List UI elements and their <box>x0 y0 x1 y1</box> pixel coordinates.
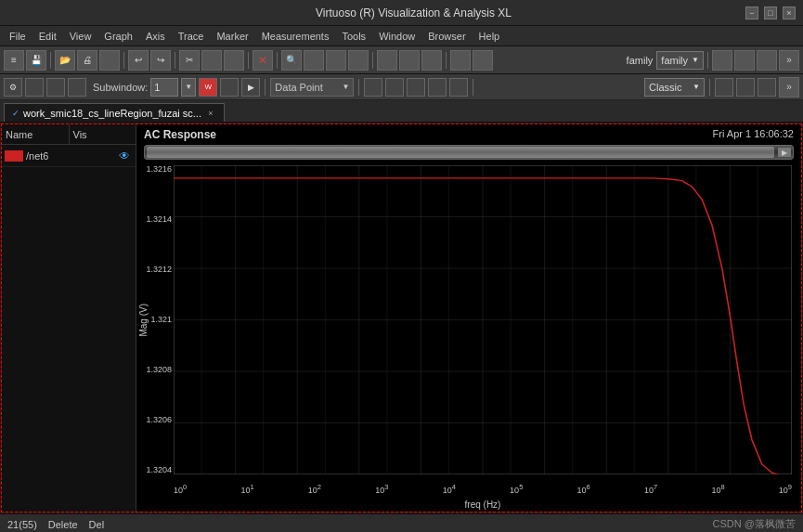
toolbar2-btn-15[interactable] <box>758 78 776 97</box>
x-label-5: 105 <box>510 483 523 495</box>
classic-label: Classic <box>649 82 681 93</box>
menu-tools[interactable]: Tools <box>336 29 371 44</box>
toolbar-btn-redo[interactable]: ↪ <box>150 50 171 71</box>
x-label-2: 102 <box>308 483 321 495</box>
toolbar-btn-7[interactable] <box>421 50 442 71</box>
toolbar-btn-copy[interactable] <box>201 50 222 71</box>
menu-measurements[interactable]: Measurements <box>256 29 335 44</box>
toolbar-btn-2[interactable]: 💾 <box>26 50 46 71</box>
toolbar2-btn-3[interactable] <box>46 78 65 97</box>
menu-marker[interactable]: Marker <box>211 29 253 44</box>
toolbar2-sep-1 <box>265 79 266 96</box>
trace-name-net6: /net6 <box>26 150 113 162</box>
scrollbar-thumb[interactable] <box>147 147 774 158</box>
toolbar2-sep-2 <box>358 79 359 96</box>
menu-trace[interactable]: Trace <box>173 29 210 44</box>
toolbar-btn-3[interactable] <box>99 50 120 71</box>
tab-close-button[interactable]: × <box>205 108 216 119</box>
menu-bar: File Edit View Graph Axis Trace Marker M… <box>0 26 803 46</box>
toolbar2-sep-3 <box>473 79 473 96</box>
name-col-header: Name <box>2 124 70 144</box>
toolbar-btn-11[interactable] <box>734 50 755 71</box>
trace-color-net6 <box>5 150 23 162</box>
menu-view[interactable]: View <box>64 29 97 44</box>
toolbar2-btn-14[interactable] <box>736 78 755 97</box>
menu-file[interactable]: File <box>4 29 32 44</box>
toolbar2-btn-4[interactable] <box>68 78 86 97</box>
minimize-button[interactable]: − <box>745 6 758 19</box>
x-label-7: 107 <box>644 483 657 495</box>
toolbar2-btn-10[interactable] <box>407 78 425 97</box>
toolbar-btn-1[interactable]: ≡ <box>4 50 24 71</box>
toolbar-btn-10[interactable] <box>712 50 732 71</box>
y-axis-labels: 1.3216 1.3214 1.3212 1.321 1.3208 1.3206… <box>136 165 174 474</box>
chevron-down-icon2: ▼ <box>342 83 349 91</box>
toolbar-btn-zoom-out[interactable] <box>304 50 324 71</box>
toolbar2-btn-6[interactable] <box>220 78 239 97</box>
x-label-9: 109 <box>779 483 792 495</box>
toolbar-sep-3 <box>175 52 175 69</box>
toolbar-btn-5[interactable] <box>377 50 397 71</box>
toolbar2-btn-9[interactable] <box>385 78 404 97</box>
sidebar-header: Name Vis <box>2 124 136 145</box>
data-point-select[interactable]: Data Point ▼ <box>270 78 354 97</box>
toolbar-sep-8 <box>707 52 708 69</box>
toolbar2-btn-more[interactable]: » <box>779 77 799 97</box>
subwindow-dropdown[interactable]: ▼ <box>181 78 196 97</box>
trace-vis-net6[interactable]: 👁 <box>113 149 136 162</box>
x-axis-title: freq (Hz) <box>174 500 792 510</box>
toolbar-sep-5 <box>277 52 278 69</box>
x-label-8: 108 <box>711 483 724 495</box>
close-button[interactable]: × <box>783 6 796 19</box>
y-label-4: 1.321 <box>150 316 172 324</box>
toolbar-btn-undo[interactable]: ↩ <box>128 50 149 71</box>
watermark: CSDN @落枫微苦 <box>713 517 796 531</box>
x-axis-labels: 100 101 102 103 104 105 106 107 108 109 <box>174 483 792 495</box>
toolbar2-btn-2[interactable] <box>25 78 44 97</box>
title-bar: Virtuoso (R) Visualization & Analysis XL… <box>0 0 803 26</box>
scrollbar-right-arrow[interactable]: ▶ <box>778 148 791 157</box>
status-item-1: 21(55) <box>7 519 37 530</box>
menu-browser[interactable]: Browser <box>422 29 471 44</box>
toolbar-btn-6[interactable] <box>399 50 420 71</box>
tab-label: work_smic18_cs_lineRegion_fuzai sc... <box>23 108 201 119</box>
toolbar-btn-paste[interactable] <box>224 50 244 71</box>
toolbar-btn-zoom-in[interactable]: 🔍 <box>281 50 302 71</box>
subwindow-input[interactable] <box>150 78 178 97</box>
maximize-button[interactable]: □ <box>764 6 777 19</box>
plot-datetime: Fri Apr 1 16:06:32 <box>713 128 794 139</box>
toolbar2-btn-1[interactable]: ⚙ <box>4 78 22 97</box>
toolbar2-btn-7[interactable]: ▶ <box>241 78 260 97</box>
menu-window[interactable]: Window <box>373 29 421 44</box>
menu-graph[interactable]: Graph <box>98 29 138 44</box>
toolbar-btn-12[interactable] <box>757 50 777 71</box>
menu-edit[interactable]: Edit <box>33 29 62 44</box>
family-dropdown[interactable]: family ▼ <box>656 51 704 70</box>
toolbar-btn-delete[interactable]: ✕ <box>253 50 273 71</box>
plot-scrollbar[interactable]: ▶ <box>144 145 794 160</box>
x-label-6: 106 <box>577 483 590 495</box>
eye-icon: 👁 <box>119 149 130 162</box>
y-label-3: 1.3208 <box>146 366 172 374</box>
toolbar2-btn-13[interactable] <box>715 78 733 97</box>
toolbar-btn-open[interactable]: 📂 <box>55 50 75 71</box>
menu-help[interactable]: Help <box>473 29 506 44</box>
tab-main[interactable]: ✓ work_smic18_cs_lineRegion_fuzai sc... … <box>4 103 225 122</box>
toolbar2-btn-5[interactable]: W <box>199 78 217 97</box>
toolbar-btn-print[interactable]: 🖨 <box>77 50 97 71</box>
menu-axis[interactable]: Axis <box>140 29 171 44</box>
toolbar-btn-zoom-fit[interactable] <box>326 50 346 71</box>
data-point-label: Data Point <box>275 82 322 93</box>
toolbar2-btn-8[interactable] <box>364 78 382 97</box>
toolbar-btn-more[interactable]: » <box>779 50 799 71</box>
toolbar2-btn-12[interactable] <box>449 78 468 97</box>
toolbar-btn-8[interactable] <box>450 50 471 71</box>
y-label-2: 1.3206 <box>146 416 172 424</box>
toolbar-btn-zoom-pan[interactable] <box>348 50 369 71</box>
toolbar-btn-cut[interactable]: ✂ <box>179 50 200 71</box>
classic-dropdown[interactable]: Classic ▼ <box>644 78 705 97</box>
tab-bar: ✓ work_smic18_cs_lineRegion_fuzai sc... … <box>0 100 803 123</box>
toolbar-sep-2 <box>123 52 124 69</box>
toolbar2-btn-11[interactable] <box>428 78 447 97</box>
toolbar-btn-9[interactable] <box>473 50 493 71</box>
